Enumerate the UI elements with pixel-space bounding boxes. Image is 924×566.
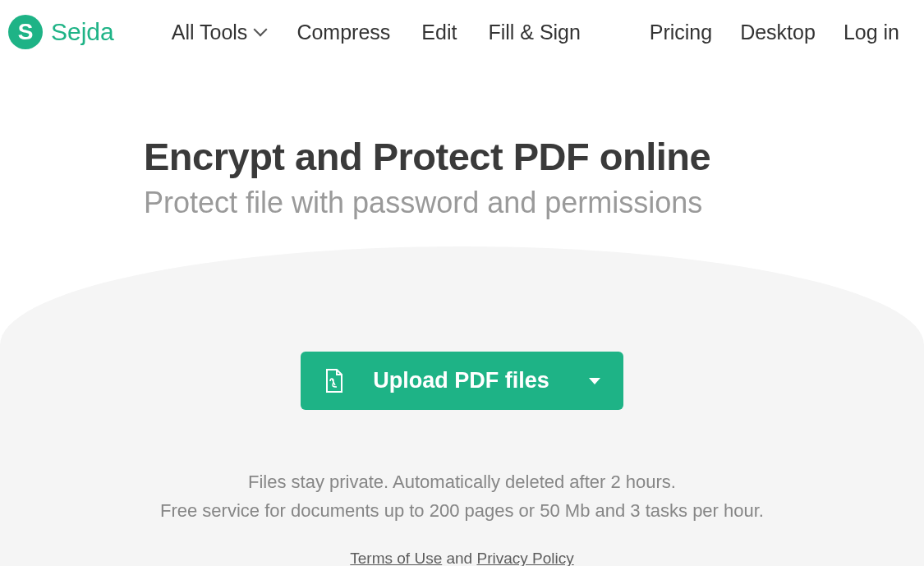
upload-button-label: Upload PDF files	[373, 368, 549, 393]
nav-edit[interactable]: Edit	[421, 21, 457, 44]
logo-icon: S	[8, 15, 43, 49]
nav-compress[interactable]: Compress	[297, 21, 390, 44]
legal-text: Terms of Use and Privacy Policy	[0, 550, 924, 566]
page-title: Encrypt and Protect PDF online	[144, 134, 924, 179]
logo[interactable]: S Sejda	[8, 15, 114, 49]
hero: Encrypt and Protect PDF online Protect f…	[0, 64, 924, 220]
nav-fill-sign[interactable]: Fill & Sign	[488, 21, 581, 44]
nav-all-tools-label: All Tools	[172, 21, 248, 44]
info-line-2: Free service for documents up to 200 pag…	[0, 496, 924, 525]
pdf-file-icon	[324, 369, 343, 393]
info-line-1: Files stay private. Automatically delete…	[0, 467, 924, 496]
nav-all-tools[interactable]: All Tools	[172, 21, 266, 44]
chevron-down-icon	[254, 23, 268, 37]
info-text: Files stay private. Automatically delete…	[0, 467, 924, 525]
page-subtitle: Protect file with password and permissio…	[144, 186, 924, 220]
nav-left: All Tools Compress Edit Fill & Sign	[172, 21, 581, 44]
header: S Sejda All Tools Compress Edit Fill & S…	[0, 0, 924, 64]
upload-button[interactable]: Upload PDF files	[301, 352, 623, 410]
nav-desktop[interactable]: Desktop	[740, 21, 816, 44]
nav-pricing[interactable]: Pricing	[650, 21, 712, 44]
nav-right: Pricing Desktop Log in	[650, 21, 899, 44]
nav-login[interactable]: Log in	[844, 21, 899, 44]
legal-and: and	[442, 550, 476, 566]
terms-link[interactable]: Terms of Use	[350, 550, 442, 566]
caret-down-icon	[589, 378, 600, 384]
upload-section: Upload PDF files	[0, 352, 924, 410]
privacy-link[interactable]: Privacy Policy	[476, 550, 573, 566]
logo-text: Sejda	[51, 18, 114, 46]
